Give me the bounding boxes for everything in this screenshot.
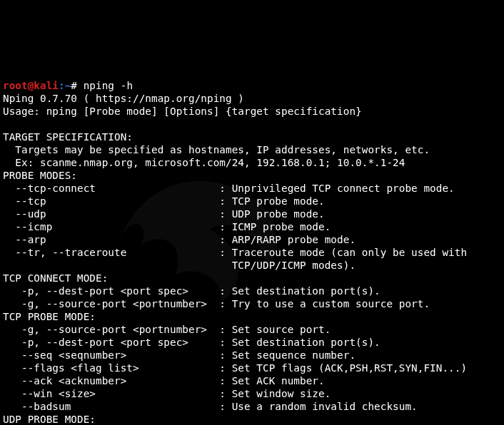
prompt-colon: :	[59, 80, 65, 91]
output-line: TCP/UDP/ICMP modes).	[3, 260, 356, 271]
output-line: --udp : UDP probe mode.	[3, 208, 325, 220]
output-line: --tr, --traceroute : Traceroute mode (ca…	[3, 247, 473, 258]
output-line: UDP PROBE MODE:	[3, 414, 96, 425]
output-line: --icmp : ICMP probe mode.	[3, 221, 331, 232]
prompt-host: kali	[34, 80, 59, 91]
command-text: nping -h	[84, 80, 133, 91]
terminal-output[interactable]: root@kali:~# nping -h Nping 0.7.70 ( htt…	[3, 79, 501, 425]
output-line: --win <size> : Set window size.	[3, 388, 331, 399]
prompt-user: root	[3, 80, 28, 91]
output-line: Targets may be specified as hostnames, I…	[3, 144, 430, 155]
output-line: --seq <seqnumber> : Set sequence number.	[3, 349, 356, 361]
output-line: --ack <acknumber> : Set ACK number.	[3, 375, 325, 386]
output-line: -p, --dest-port <port spec> : Set destin…	[3, 285, 380, 297]
output-line: -p, --dest-port <port spec> : Set destin…	[3, 337, 380, 348]
output-line: -g, --source-port <portnumber> : Try to …	[3, 298, 430, 309]
output-line: TCP PROBE MODE:	[3, 311, 96, 322]
output-line: TCP CONNECT MODE:	[3, 272, 108, 284]
output-line: Nping 0.7.70 ( https://nmap.org/nping )	[3, 93, 244, 104]
output-line: --tcp-connect : Unprivileged TCP connect…	[3, 183, 455, 194]
output-line: TARGET SPECIFICATION:	[3, 131, 133, 143]
output-line: --flags <flag list> : Set TCP flags (ACK…	[3, 362, 467, 374]
output-line: PROBE MODES:	[3, 170, 77, 181]
output-line: --badsum : Use a random invalid checksum…	[3, 401, 418, 412]
prompt-symbol: #	[71, 80, 83, 91]
output-line: Usage: nping [Probe mode] [Options] {tar…	[3, 106, 362, 117]
output-line: --arp : ARP/RARP probe mode.	[3, 234, 356, 245]
output-line: -g, --source-port <portnumber> : Set sou…	[3, 324, 331, 335]
output-line: --tcp : TCP probe mode.	[3, 195, 325, 207]
output-line: Ex: scanme.nmap.org, microsoft.com/24, 1…	[3, 157, 405, 168]
